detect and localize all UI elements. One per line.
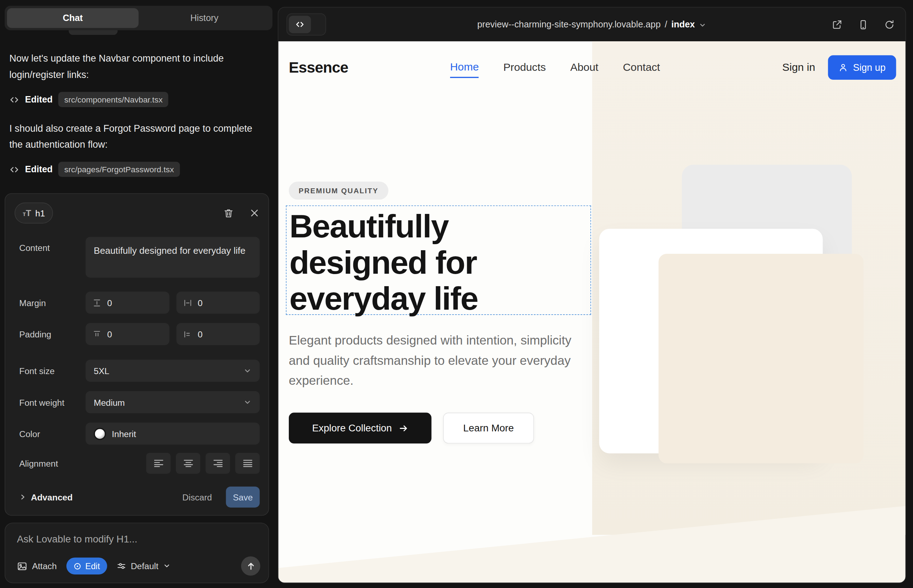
decor-cream-card [659, 254, 863, 464]
composer-toolbar: Attach Edit Default [17, 556, 260, 575]
font-weight-label: Font weight [15, 391, 86, 413]
chevron-down-icon [163, 562, 170, 570]
align-justify-button[interactable] [235, 453, 260, 474]
default-mode-button[interactable]: Default [116, 561, 170, 571]
align-justify-icon [243, 459, 253, 467]
code-preview-toggle[interactable] [287, 13, 326, 36]
url-page: index [671, 19, 695, 29]
code-icon [295, 20, 304, 29]
margin-vertical-icon [92, 298, 102, 307]
margin-horizontal-icon [183, 298, 192, 307]
alignment-label: Alignment [15, 453, 86, 474]
hero-description: Elegant products designed with intention… [289, 331, 572, 391]
element-editor: тТ h1 Content Beautifully designed for e… [5, 193, 269, 516]
align-center-button[interactable] [176, 453, 201, 474]
learn-more-button[interactable]: Learn More [443, 412, 534, 444]
hero-headline[interactable]: Beautifully designed for everyday life [290, 208, 590, 317]
tab-chat[interactable]: Chat [7, 8, 139, 28]
mobile-view-button[interactable] [858, 19, 869, 30]
site-navbar: Essence Home Products About Contact Sign… [278, 41, 905, 94]
text-size-icon: тТ [23, 208, 31, 218]
content-input[interactable]: Beautifully designed for everyday life [86, 237, 260, 278]
composer-input[interactable]: Ask Lovable to modify H1... [17, 533, 260, 545]
chat-composer: Ask Lovable to modify H1... Attach Edit … [5, 522, 269, 583]
browser-window: preview--charming-site-symphony.lovable.… [278, 7, 906, 583]
editor-header: тТ h1 [15, 202, 260, 224]
external-link-icon [832, 19, 842, 30]
padding-vertical-icon [92, 330, 102, 339]
element-tag-badge[interactable]: тТ h1 [15, 202, 53, 223]
element-tag: h1 [35, 208, 45, 218]
sign-up-button[interactable]: Sign up [828, 55, 896, 80]
user-icon [839, 63, 848, 72]
margin-horizontal-input[interactable]: 0 [176, 291, 260, 313]
editor-footer: Advanced Discard Save [15, 486, 260, 507]
color-label: Color [15, 423, 86, 444]
align-left-icon [154, 459, 163, 467]
refresh-button[interactable] [884, 19, 895, 30]
padding-horizontal-icon [183, 330, 192, 339]
target-icon [73, 562, 81, 570]
smartphone-icon [858, 19, 869, 30]
open-external-button[interactable] [832, 19, 842, 30]
margin-vertical-input[interactable]: 0 [86, 291, 169, 313]
sliders-icon [116, 561, 126, 571]
explore-collection-button[interactable]: Explore Collection [289, 412, 432, 444]
arrow-right-icon [399, 423, 408, 433]
refresh-icon [884, 19, 895, 30]
hero-badge: PREMIUM QUALITY [289, 181, 388, 200]
align-center-icon [183, 459, 193, 467]
chat-history-tabs: Chat History [5, 6, 272, 30]
nav-link-about[interactable]: About [570, 61, 598, 74]
font-weight-row: Font weight Medium [15, 391, 260, 413]
chevron-down-icon [699, 21, 706, 29]
browser-actions [832, 19, 895, 30]
arrow-up-icon [246, 561, 255, 570]
chat-panel: Chat History Now let's update the Navbar… [0, 0, 277, 588]
delete-element-button[interactable] [223, 207, 234, 218]
code-toggle-active[interactable] [289, 16, 311, 33]
content-row: Content Beautifully designed for everyda… [15, 237, 260, 278]
color-select[interactable]: Inherit [86, 423, 260, 444]
site-logo[interactable]: Essence [289, 58, 348, 76]
padding-vertical-input[interactable]: 0 [86, 323, 169, 345]
font-size-row: Font size 5XL [15, 360, 260, 382]
url-bar: preview--charming-site-symphony.lovable.… [278, 8, 905, 41]
font-size-select[interactable]: 5XL [86, 360, 260, 382]
nav-link-products[interactable]: Products [503, 61, 546, 74]
send-button[interactable] [241, 556, 260, 575]
save-button[interactable]: Save [226, 486, 260, 507]
site-nav-links: Home Products About Contact [450, 41, 660, 94]
file-badge[interactable]: src/pages/ForgotPassword.tsx [58, 162, 180, 177]
chevron-down-icon [244, 398, 252, 406]
trash-icon [223, 207, 234, 218]
code-icon [9, 165, 19, 174]
content-label: Content [15, 237, 86, 278]
chevron-down-icon [244, 367, 252, 375]
font-weight-select[interactable]: Medium [86, 391, 260, 413]
align-right-icon [213, 459, 223, 467]
edited-label: Edited [25, 164, 52, 174]
edit-mode-button[interactable]: Edit [66, 558, 107, 575]
sign-in-link[interactable]: Sign in [782, 61, 816, 74]
padding-horizontal-input[interactable]: 0 [176, 323, 260, 345]
align-right-button[interactable] [206, 453, 230, 474]
preview-area: preview--charming-site-symphony.lovable.… [277, 0, 913, 588]
browser-toolbar: preview--charming-site-symphony.lovable.… [278, 8, 905, 41]
close-editor-button[interactable] [249, 208, 260, 218]
file-badge[interactable]: src/components/Navbar.tsx [58, 92, 168, 107]
close-icon [249, 208, 260, 218]
chat-message: Now let's update the Navbar component to… [9, 50, 268, 83]
nav-link-home[interactable]: Home [450, 57, 479, 78]
discard-button[interactable]: Discard [182, 492, 212, 502]
nav-link-contact[interactable]: Contact [623, 61, 660, 74]
h1-selection-outline[interactable]: Beautifully designed for everyday life [286, 205, 591, 315]
tab-history[interactable]: History [139, 8, 270, 28]
margin-label: Margin [15, 291, 86, 313]
color-row: Color Inherit [15, 423, 260, 444]
advanced-toggle[interactable]: Advanced [15, 492, 73, 502]
code-icon [9, 95, 19, 105]
align-left-button[interactable] [146, 453, 170, 474]
attach-button[interactable]: Attach [17, 561, 57, 571]
image-icon [17, 561, 27, 571]
